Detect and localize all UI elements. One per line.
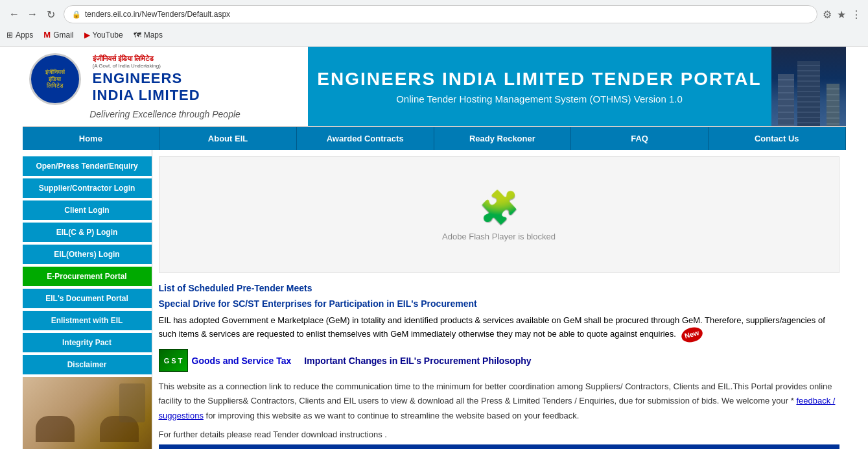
sidebar-handshake-image <box>23 377 152 449</box>
gem-notice: EIL has adopted Government e Marketplace… <box>159 314 839 341</box>
url-text: tenders.eil.co.in/NewTenders/Default.asp… <box>85 10 230 19</box>
description-text: This website as a connection link to red… <box>159 380 839 422</box>
lock-icon: 🔒 <box>72 10 81 19</box>
nav-faq[interactable]: FAQ <box>571 127 709 150</box>
youtube-label: YouTube <box>93 30 123 40</box>
menu-icon[interactable]: ⋮ <box>851 8 862 21</box>
sidebar-btn-eil-others[interactable]: EIL(Others) Login <box>23 245 152 264</box>
bookmark-icon[interactable]: ★ <box>837 8 846 21</box>
bookmark-youtube[interactable]: ▶ YouTube <box>84 30 123 40</box>
nav-reckoner[interactable]: Ready Reckoner <box>434 127 572 150</box>
main-layout: Open/Press Tender/Enquiry Supplier/Contr… <box>23 150 846 449</box>
flash-blocked-area: 🧩 Adobe Flash Player is blocked <box>159 156 839 273</box>
nav-contact[interactable]: Contact Us <box>709 127 846 150</box>
nav-bar: Home About EIL Awarded Contracts Ready R… <box>23 127 846 150</box>
nav-about[interactable]: About EIL <box>159 127 297 150</box>
sidebar-btn-client-login[interactable]: Client Login <box>23 200 152 220</box>
sidebar-btn-eil-cp[interactable]: EIL(C & P) Login <box>23 223 152 242</box>
sidebar-btn-disclaimer[interactable]: Disclaimer <box>23 355 152 374</box>
maps-label: Maps <box>144 30 163 40</box>
bookmark-gmail[interactable]: M Gmail <box>43 30 73 40</box>
press-tender-header: Press Tender/ Enquiry/ C <box>159 444 839 449</box>
gmail-icon: M <box>43 30 51 40</box>
logo-hindi: इंजीनियर्स इंडिया लिमिटेड <box>93 55 161 63</box>
imp-changes-link[interactable]: Important Changes in EIL's Procurement P… <box>304 356 531 366</box>
gst-link[interactable]: Goods and Service Tax <box>192 356 292 366</box>
apps-label: Apps <box>16 30 33 40</box>
reload-button[interactable]: ↻ <box>43 6 58 22</box>
sidebar-btn-doc-portal[interactable]: EIL's Document Portal <box>23 289 152 308</box>
sidebar-btn-open-tender[interactable]: Open/Press Tender/Enquiry <box>23 156 152 176</box>
portal-subtitle: Online Tender Hosting Management System … <box>396 93 683 104</box>
address-bar[interactable]: 🔒 tenders.eil.co.in/NewTenders/Default.a… <box>64 5 817 23</box>
gst-box: G S T <box>159 349 188 372</box>
extension-icon[interactable]: ⚙ <box>823 8 832 21</box>
header: इंजीनियर्सइंडियालिमिटेड इंजीनियर्स इंडिय… <box>23 47 846 127</box>
scst-link[interactable]: Special Drive for SC/ST Enterprises for … <box>159 298 839 309</box>
sidebar-btn-eprocurement[interactable]: E-Procurement Portal <box>23 267 152 286</box>
forward-button[interactable]: → <box>25 6 40 22</box>
page-wrapper: इंजीनियर्सइंडियालिमिटेड इंजीनियर्स इंडिय… <box>23 47 846 449</box>
gmail-label: Gmail <box>53 30 73 40</box>
portal-title: ENGINEERS INDIA LIMITED TENDER PORTAL <box>317 69 761 90</box>
new-badge: New <box>679 325 703 344</box>
content-area: 🧩 Adobe Flash Player is blocked List of … <box>152 150 846 449</box>
flash-blocked-text: Adobe Flash Player is blocked <box>442 232 556 241</box>
browser-chrome: ← → ↻ 🔒 tenders.eil.co.in/NewTenders/Def… <box>0 0 868 47</box>
sidebar-btn-supplier-login[interactable]: Supplier/Contractor Login <box>23 178 152 198</box>
maps-icon: 🗺 <box>134 30 141 40</box>
apps-icon: ⊞ <box>6 30 13 40</box>
logo-india: INDIA LIMITED <box>93 87 200 104</box>
bookmark-maps[interactable]: 🗺 Maps <box>134 30 163 40</box>
puzzle-icon: 🧩 <box>479 189 519 226</box>
logo-eng: ENGINEERS <box>93 70 200 87</box>
gst-section: G S T Goods and Service Tax Important Ch… <box>159 349 839 372</box>
header-left: इंजीनियर्सइंडियालिमिटेड इंजीनियर्स इंडिय… <box>23 47 308 126</box>
header-building-image <box>771 47 846 126</box>
sidebar-btn-enlistment[interactable]: Enlistment with EIL <box>23 311 152 330</box>
download-text: For further details please read Tender d… <box>159 430 839 439</box>
sidebar-btn-integrity[interactable]: Integrity Pact <box>23 333 152 352</box>
logo-govt: (A Govt. of India Undertaking) <box>93 63 161 69</box>
logo-tagline: Delivering Excellence through People <box>29 109 301 119</box>
sidebar: Open/Press Tender/Enquiry Supplier/Contr… <box>23 150 152 449</box>
gst-icon-group: G S T Goods and Service Tax <box>159 349 292 372</box>
header-center: ENGINEERS INDIA LIMITED TENDER PORTAL On… <box>308 47 771 126</box>
nav-contracts[interactable]: Awarded Contracts <box>297 127 434 150</box>
bookmark-apps[interactable]: ⊞ Apps <box>6 30 33 40</box>
back-button[interactable]: ← <box>6 6 22 22</box>
pre-tender-link[interactable]: List of Scheduled Pre-Tender Meets <box>159 283 839 293</box>
youtube-icon: ▶ <box>84 30 90 40</box>
nav-home[interactable]: Home <box>23 127 160 150</box>
